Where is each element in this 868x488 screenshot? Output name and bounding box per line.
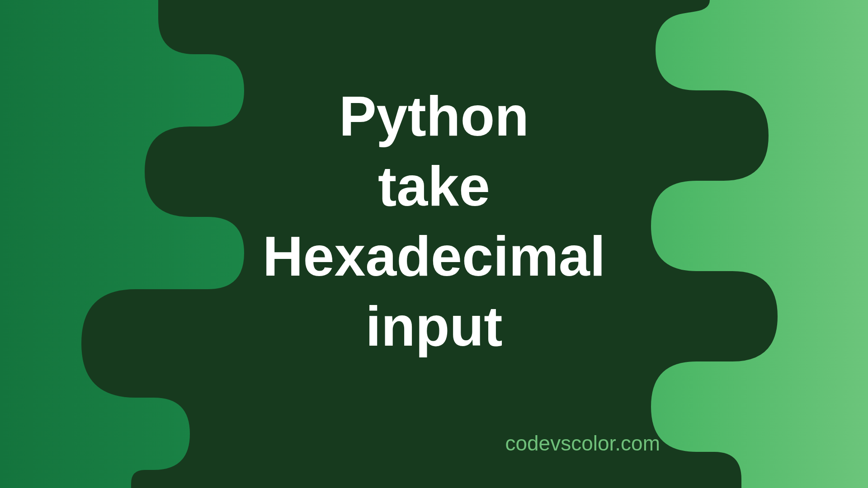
main-title: Python take Hexadecimal input [263, 81, 605, 361]
footer-url: codevscolor.com [505, 431, 660, 455]
title-line-1: Python [263, 81, 605, 151]
title-line-2: take [263, 151, 605, 221]
title-line-4: input [263, 291, 605, 361]
title-line-3: Hexadecimal [263, 221, 605, 291]
